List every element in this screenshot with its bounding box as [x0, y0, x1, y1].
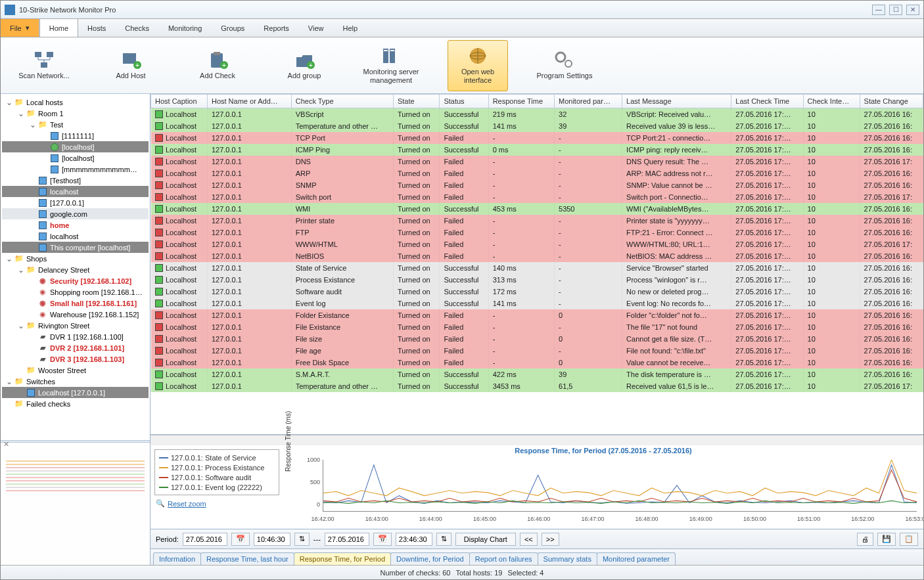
- tree-node[interactable]: ◉Security [192.168.1.102]: [2, 275, 149, 286]
- table-row[interactable]: Localhost127.0.0.1File ExistanceTurned o…: [151, 321, 923, 333]
- tree-node[interactable]: ⌄📁Room 1: [2, 108, 149, 119]
- program-settings-button[interactable]: Program Settings: [534, 40, 595, 91]
- tab-reports[interactable]: Reports: [254, 19, 299, 37]
- tree-node[interactable]: ▰DVR 2 [192.168.1.101]: [2, 342, 149, 353]
- tree-node[interactable]: ▰DVR 3 [192.168.1.103]: [2, 353, 149, 365]
- table-row[interactable]: Localhost127.0.0.1Software auditTurned o…: [151, 286, 923, 298]
- tree-node[interactable]: ⌄📁Local hosts: [2, 97, 149, 108]
- expand-icon[interactable]: ⌄: [5, 254, 14, 263]
- table-row[interactable]: Localhost127.0.0.1ICMP PingTurned onSucc…: [151, 144, 923, 156]
- tab-view[interactable]: View: [299, 19, 334, 37]
- date-to-input[interactable]: [325, 533, 369, 546]
- table-row[interactable]: Localhost127.0.0.1Free Disk SpaceTurned …: [151, 357, 923, 368]
- tree-node[interactable]: 📁Failed checks: [2, 398, 149, 409]
- col-header[interactable]: Host Name or Add…: [207, 95, 291, 108]
- tree-node[interactable]: [1111111]: [2, 130, 149, 141]
- table-row[interactable]: Localhost127.0.0.1ARPTurned onFailed--AR…: [151, 167, 923, 179]
- tab-monitoring[interactable]: Monitoring: [159, 19, 212, 37]
- add-group-button[interactable]: +Add group: [274, 40, 335, 91]
- tree-node[interactable]: 📁Wooster Street: [2, 365, 149, 376]
- table-row[interactable]: Localhost127.0.0.1File sizeTurned onFail…: [151, 333, 923, 345]
- add-check-button[interactable]: +Add Check: [187, 40, 248, 91]
- tree-node[interactable]: ▰DVR 1 [192.168.1.100]: [2, 331, 149, 342]
- maximize-button[interactable]: ☐: [889, 5, 902, 15]
- calendar-icon[interactable]: 📅: [373, 533, 392, 546]
- expand-icon[interactable]: ⌄: [16, 109, 26, 118]
- next-button[interactable]: >>: [542, 533, 559, 546]
- tree-node[interactable]: home: [2, 219, 149, 231]
- tab-hosts[interactable]: Hosts: [78, 19, 116, 37]
- file-menu[interactable]: File▾: [1, 19, 39, 37]
- bottom-tab[interactable]: Report on failures: [469, 552, 538, 565]
- table-row[interactable]: Localhost127.0.0.1VBScriptTurned onSucce…: [151, 108, 923, 120]
- tab-checks[interactable]: Checks: [116, 19, 159, 37]
- table-row[interactable]: Localhost127.0.0.1File ageTurned onFaile…: [151, 345, 923, 357]
- checks-grid[interactable]: Host CaptionHost Name or Add…Check TypeS…: [150, 94, 923, 435]
- expand-icon[interactable]: ⌄: [16, 321, 26, 330]
- table-row[interactable]: Localhost127.0.0.1Event logTurned onSucc…: [151, 298, 923, 309]
- tree-node[interactable]: [127.0.0.1]: [2, 197, 149, 208]
- expand-icon[interactable]: ⌄: [5, 98, 14, 107]
- col-header[interactable]: Status: [440, 95, 488, 108]
- calendar-icon[interactable]: 📅: [231, 533, 250, 546]
- minimize-button[interactable]: —: [872, 5, 885, 15]
- spinner-icon[interactable]: ⇅: [436, 533, 451, 546]
- col-header[interactable]: Monitored par…: [555, 95, 622, 108]
- tree-node[interactable]: ⌄📁Switches: [2, 376, 149, 387]
- tree-node[interactable]: google.com: [2, 208, 149, 219]
- reset-zoom-link[interactable]: 🔍 Reset zoom: [150, 499, 283, 508]
- table-row[interactable]: Localhost127.0.0.1Temperature and other …: [151, 120, 923, 132]
- spinner-icon[interactable]: ⇅: [294, 533, 310, 546]
- tree-node[interactable]: ◉Small hall [192.168.1.161]: [2, 298, 149, 309]
- table-row[interactable]: Localhost127.0.0.1FTPTurned onFailed--FT…: [151, 227, 923, 238]
- col-header[interactable]: Check Inte…: [803, 95, 860, 108]
- table-row[interactable]: Localhost127.0.0.1Switch portTurned onFa…: [151, 191, 923, 203]
- table-row[interactable]: Localhost127.0.0.1NetBIOSTurned onFailed…: [151, 250, 923, 262]
- prev-button[interactable]: <<: [520, 533, 538, 546]
- add-host-button[interactable]: +Add Host: [101, 40, 161, 91]
- close-button[interactable]: ✕: [906, 5, 919, 15]
- bottom-tab[interactable]: Monitored parameter: [597, 552, 676, 565]
- table-row[interactable]: Localhost127.0.0.1Process ExistanceTurne…: [151, 274, 923, 286]
- expand-icon[interactable]: ⌄: [28, 120, 37, 129]
- tree-node[interactable]: This computer [localhost]: [2, 242, 149, 253]
- col-header[interactable]: Last Message: [622, 95, 731, 108]
- tree-node[interactable]: ⌄📁Test: [2, 119, 149, 130]
- tree-node[interactable]: [mmmmmmmmmmm…: [2, 164, 149, 175]
- table-row[interactable]: Localhost127.0.0.1Printer stateTurned on…: [151, 215, 923, 227]
- print-icon[interactable]: 🖨: [857, 533, 873, 546]
- tree-node[interactable]: ◉Shopping room [192.168.1…: [2, 286, 149, 298]
- close-panel-icon[interactable]: ✕: [3, 440, 9, 449]
- col-header[interactable]: Response Time: [488, 95, 554, 108]
- table-row[interactable]: Localhost127.0.0.1State of ServiceTurned…: [151, 262, 923, 274]
- splitter[interactable]: ✕: [1, 440, 150, 443]
- display-chart-button[interactable]: Display Chart: [455, 533, 516, 546]
- table-row[interactable]: Localhost127.0.0.1WWW/HTMLTurned onFaile…: [151, 238, 923, 250]
- col-header[interactable]: Host Caption: [151, 95, 208, 108]
- tree-node[interactable]: Localhost [127.0.0.1]: [2, 387, 149, 398]
- tree-node[interactable]: ⌄📁Delancey Street: [2, 264, 149, 275]
- tree-node[interactable]: localhost: [2, 231, 149, 242]
- bottom-tab[interactable]: Response Time, for Period: [294, 552, 391, 565]
- tree-node[interactable]: [Testhost]: [2, 175, 149, 186]
- bottom-tab[interactable]: Downtime, for Period: [390, 552, 470, 565]
- time-from-input[interactable]: [254, 533, 290, 546]
- time-to-input[interactable]: [396, 533, 432, 546]
- copy-icon[interactable]: 📋: [900, 533, 918, 546]
- tree-node[interactable]: ⌄📁Rivington Street: [2, 320, 149, 331]
- tree-node[interactable]: ◉Warehouse [192.168.1.152]: [2, 309, 149, 320]
- table-row[interactable]: Localhost127.0.0.1Folder ExistanceTurned…: [151, 309, 923, 321]
- date-from-input[interactable]: [183, 533, 227, 546]
- table-row[interactable]: Localhost127.0.0.1S.M.A.R.T.Turned onSuc…: [151, 368, 923, 380]
- col-header[interactable]: Check Type: [291, 95, 393, 108]
- table-row[interactable]: Localhost127.0.0.1WMITurned onSuccessful…: [151, 203, 923, 215]
- tab-home[interactable]: Home: [39, 19, 78, 37]
- table-row[interactable]: Localhost127.0.0.1SNMPTurned onFailed--S…: [151, 179, 923, 191]
- grid-scrollbar[interactable]: [150, 435, 923, 445]
- table-row[interactable]: Localhost127.0.0.1Temperature and other …: [151, 380, 923, 392]
- tab-groups[interactable]: Groups: [212, 19, 254, 37]
- host-tree[interactable]: ⌄📁Local hosts⌄📁Room 1⌄📁Test[1111111][loc…: [1, 94, 150, 440]
- expand-icon[interactable]: ⌄: [16, 265, 26, 275]
- monitoring-server-button[interactable]: Monitoring servermanagement: [361, 40, 421, 91]
- col-header[interactable]: State: [393, 95, 439, 108]
